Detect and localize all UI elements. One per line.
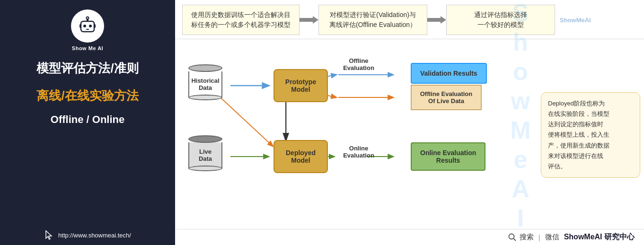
svg-rect-0	[81, 21, 94, 32]
step-3-box: 通过评估指标选择 一个较好的模型	[446, 5, 555, 35]
step-1-text: 使用历史数据训练一个适合解决目 标任务的一个或多个机器学习模型	[191, 10, 291, 30]
svg-point-5	[87, 17, 89, 19]
svg-line-22	[513, 238, 516, 241]
main-content: 使用历史数据训练一个适合解决目 标任务的一个或多个机器学习模型 对模型进行验证(…	[175, 0, 644, 245]
step-1-box: 使用历史数据训练一个适合解决目 标任务的一个或多个机器学习模型	[182, 5, 300, 35]
svg-point-1	[83, 25, 86, 27]
validation-label: Validation Results	[420, 70, 477, 77]
svg-marker-8	[46, 231, 52, 239]
offline-eval-text: OfflineEvaluation	[343, 57, 374, 71]
logo-area: Show Me AI	[71, 9, 104, 51]
footer-search-area: 搜索	[508, 233, 534, 242]
footer-url[interactable]: http://www.showmeai.tech/	[58, 232, 131, 239]
deployed-model-node: Deployed Model	[273, 140, 328, 173]
live-data-node: LiveData	[188, 135, 222, 171]
prototype-model-box: Prototype Model	[273, 69, 328, 102]
sidebar-subtitle: 离线/在线实验方法	[36, 88, 138, 104]
search-label[interactable]: 搜索	[520, 233, 534, 242]
footer-brand: ShowMeAI 研究中心	[564, 232, 635, 242]
flow-diagram: HistoricalData Prototype Model OfflineEv…	[179, 43, 537, 190]
step-2-box: 对模型进行验证(Validation)与 离线评估(Offline Evalua…	[318, 5, 427, 35]
validation-results-box: Validation Results	[411, 63, 487, 84]
sidebar-english: Offline / Online	[51, 114, 124, 126]
offline-live-label: Offline Evaluation Of Live Data	[420, 90, 473, 105]
offline-eval-label-node: OfflineEvaluation	[342, 57, 375, 71]
prototype-label: Prototype Model	[285, 78, 316, 93]
online-results-node: Online Evaluation Results	[411, 142, 485, 171]
live-data-label: LiveData	[199, 148, 212, 162]
online-results-label: Online Evaluation Results	[420, 149, 476, 164]
sidebar-title: 模型评估方法/准则	[36, 61, 138, 77]
deployed-label: Deployed Model	[286, 149, 316, 164]
sidebar: Show Me AI 模型评估方法/准则 离线/在线实验方法 Offline /…	[0, 0, 175, 245]
showmeai-watermark-top: ShowMeAI	[560, 17, 591, 24]
offline-live-node: Offline Evaluation Of Live Data	[411, 85, 482, 110]
watermark-area: ShowMeAI	[506, 43, 535, 190]
hist-data-label: HistoricalData	[191, 77, 219, 91]
explanation-box: Deployed阶段也称为 在线实验阶段，当模型 达到设定的指标值时 便将模型上…	[541, 92, 640, 178]
step-arrow-2	[427, 5, 446, 35]
svg-line-14	[221, 97, 273, 146]
steps-row: 使用历史数据训练一个适合解决目 标任务的一个或多个机器学习模型 对模型进行验证(…	[175, 0, 644, 39]
search-icon	[508, 233, 517, 242]
svg-rect-3	[86, 29, 89, 30]
step-2-text: 对模型进行验证(Validation)与 离线评估(Offline Evalua…	[329, 10, 416, 30]
svg-marker-9	[300, 16, 318, 24]
svg-point-21	[509, 234, 514, 239]
step-arrow-1	[300, 5, 318, 35]
offline-live-box: Offline Evaluation Of Live Data	[411, 85, 482, 110]
prototype-model-node: Prototype Model	[273, 69, 328, 102]
deployed-model-box: Deployed Model	[273, 140, 328, 173]
cursor-icon	[44, 230, 54, 240]
explanation-text: Deployed阶段也称为 在线实验阶段，当模型 达到设定的指标值时 便将模型上…	[548, 100, 609, 170]
watermark: ShowMeAI	[506, 0, 535, 234]
diagram-wrapper: HistoricalData Prototype Model OfflineEv…	[175, 39, 644, 229]
svg-rect-7	[94, 24, 96, 28]
svg-point-2	[89, 25, 92, 27]
svg-marker-10	[427, 16, 446, 24]
online-eval-label-node: Online Evaluation	[342, 145, 375, 159]
sidebar-footer: http://www.showmeai.tech/	[44, 230, 131, 240]
logo-circle	[71, 9, 104, 43]
svg-rect-6	[79, 24, 81, 28]
footer-wechat-label[interactable]: 微信	[545, 233, 559, 242]
logo-label: Show Me AI	[72, 45, 103, 51]
footer-divider: |	[538, 233, 540, 241]
validation-results-node: Validation Results	[411, 63, 487, 84]
logo-icon	[76, 15, 99, 37]
footer: 搜索 | 微信 ShowMeAI 研究中心	[175, 229, 644, 245]
historical-data-node: HistoricalData	[188, 64, 222, 100]
online-results-box: Online Evaluation Results	[411, 142, 485, 171]
online-eval-text: Online Evaluation	[343, 145, 374, 159]
